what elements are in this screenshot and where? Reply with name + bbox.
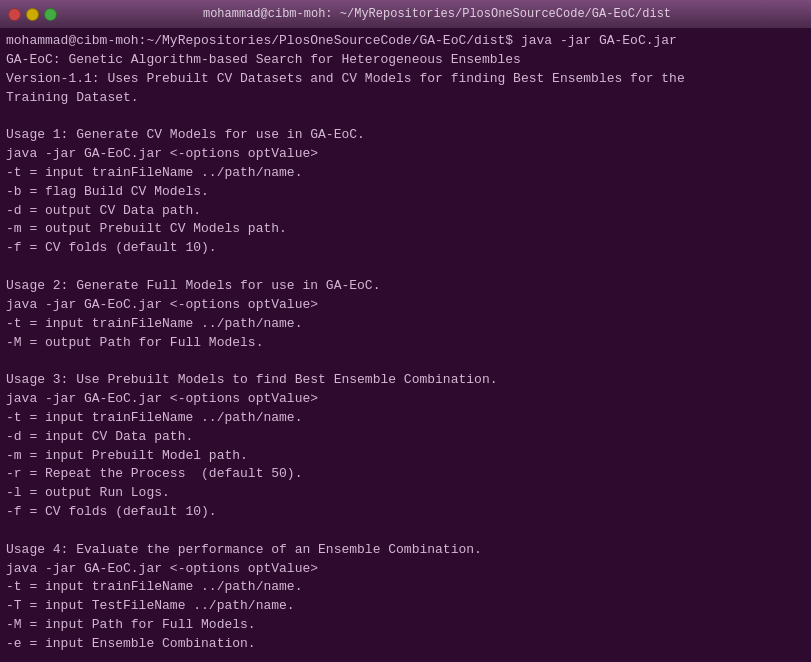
- close-button[interactable]: [8, 8, 21, 21]
- terminal-output: mohammad@cibm-moh:~/MyRepositories/PlosO…: [6, 32, 805, 662]
- minimize-button[interactable]: [26, 8, 39, 21]
- window-controls[interactable]: [8, 8, 57, 21]
- title-bar: mohammad@cibm-moh: ~/MyRepositories/Plos…: [0, 0, 811, 28]
- maximize-button[interactable]: [44, 8, 57, 21]
- terminal-body: mohammad@cibm-moh:~/MyRepositories/PlosO…: [0, 28, 811, 662]
- window-title: mohammad@cibm-moh: ~/MyRepositories/Plos…: [71, 7, 803, 21]
